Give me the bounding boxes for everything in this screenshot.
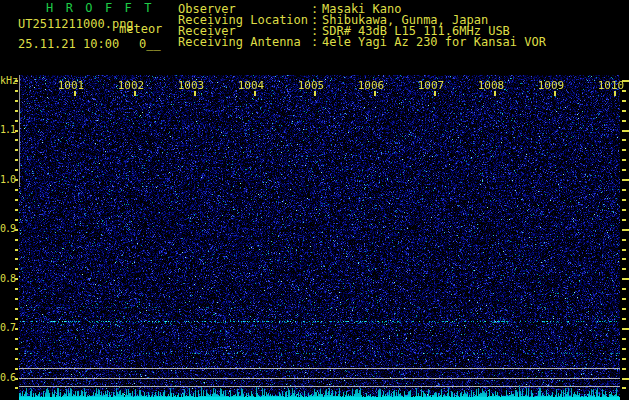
time-axis-label: 1004	[238, 80, 265, 92]
freq-minor-tick-right	[622, 308, 626, 310]
mode-label: meteor	[119, 23, 162, 35]
time-minute-tick	[134, 91, 136, 96]
info-label: Receiving Antenna	[178, 37, 311, 48]
freq-minor-tick	[15, 90, 18, 92]
echo-counter: 0__	[139, 38, 161, 50]
freq-minor-tick-right	[622, 288, 626, 290]
time-axis-label: 1005	[298, 80, 325, 92]
station-info: Observer:Masaki Kano Receiving Location:…	[178, 4, 546, 48]
freq-minor-tick	[15, 278, 18, 280]
freq-minor-tick-right	[622, 318, 626, 320]
freq-minor-tick	[15, 239, 18, 241]
time-minute-tick	[434, 91, 436, 96]
freq-minor-tick	[15, 219, 18, 221]
freq-minor-tick	[15, 258, 18, 260]
time-minute-tick	[374, 91, 376, 96]
spectrogram-canvas	[19, 75, 620, 400]
freq-minor-tick	[15, 249, 18, 251]
freq-minor-tick-right	[622, 110, 626, 112]
freq-minor-tick	[15, 368, 18, 370]
app-title: H R O F F T	[46, 2, 154, 14]
freq-minor-tick	[15, 288, 18, 290]
time-axis-label: 1006	[358, 80, 385, 92]
freq-minor-tick-right	[622, 239, 626, 241]
freq-minor-tick-right	[622, 358, 626, 360]
freq-minor-tick-right	[622, 249, 626, 251]
time-axis-label: 1001	[58, 80, 85, 92]
freq-minor-tick	[15, 229, 18, 231]
time-minute-tick	[194, 91, 196, 96]
info-separator: :	[311, 37, 322, 48]
freq-minor-tick-right	[622, 149, 626, 151]
freq-minor-tick	[15, 189, 18, 191]
freq-minor-tick-right	[622, 169, 626, 171]
freq-major-tick-right	[622, 278, 629, 280]
freq-minor-tick-right	[622, 258, 626, 260]
freq-minor-tick	[15, 268, 18, 270]
freq-minor-tick	[15, 328, 18, 330]
freq-minor-tick-right	[622, 100, 626, 102]
freq-major-tick-right	[622, 179, 629, 181]
freq-minor-tick	[15, 199, 18, 201]
time-axis-label: 1010	[598, 80, 625, 92]
freq-minor-tick	[15, 80, 18, 82]
time-minute-tick	[614, 91, 616, 96]
freq-minor-tick	[15, 348, 18, 350]
freq-minor-tick-right	[622, 368, 626, 370]
freq-major-tick-right	[622, 328, 629, 330]
freq-minor-tick	[15, 378, 18, 380]
freq-axis-label: 0.9	[0, 224, 15, 234]
station-info-row-antenna: Receiving Antenna:4ele Yagi Az 230 for K…	[178, 37, 546, 48]
freq-axis-label: 0.6	[0, 373, 15, 383]
time-minute-tick	[314, 91, 316, 96]
freq-minor-tick	[15, 318, 18, 320]
freq-axis-label: 0.7	[0, 323, 15, 333]
freq-minor-tick	[15, 100, 18, 102]
freq-minor-tick-right	[622, 348, 626, 350]
freq-minor-tick-right	[622, 139, 626, 141]
freq-minor-tick	[15, 130, 18, 132]
freq-minor-tick	[15, 179, 18, 181]
freq-minor-tick	[15, 110, 18, 112]
freq-minor-tick-right	[622, 159, 626, 161]
time-axis-label: 1008	[478, 80, 505, 92]
capture-filename: UT2511211000.png	[18, 18, 134, 30]
freq-axis-label: 0.8	[0, 274, 15, 284]
freq-minor-tick-right	[622, 120, 626, 122]
freq-minor-tick-right	[622, 298, 626, 300]
freq-minor-tick	[15, 149, 18, 151]
time-minute-tick	[74, 91, 76, 96]
freq-minor-tick	[15, 159, 18, 161]
time-axis-label: 1007	[418, 80, 445, 92]
time-axis-label: 1003	[178, 80, 205, 92]
time-axis-label: 1009	[538, 80, 565, 92]
freq-minor-tick	[15, 387, 18, 389]
time-minute-tick	[494, 91, 496, 96]
freq-minor-tick	[15, 308, 18, 310]
freq-axis-label: 1.1	[0, 125, 15, 135]
freq-minor-tick	[15, 298, 18, 300]
freq-minor-tick-right	[622, 209, 626, 211]
freq-minor-tick	[15, 209, 18, 211]
freq-minor-tick	[15, 169, 18, 171]
info-value: 4ele Yagi Az 230 for Kansai VOR	[322, 37, 546, 48]
freq-minor-tick	[15, 139, 18, 141]
freq-minor-tick-right	[622, 189, 626, 191]
freq-axis-label: 1.0	[0, 175, 15, 185]
freq-minor-tick	[15, 358, 18, 360]
time-axis-label: 1002	[118, 80, 145, 92]
freq-minor-tick	[15, 120, 18, 122]
freq-minor-tick-right	[622, 219, 626, 221]
freq-minor-tick-right	[622, 387, 626, 389]
freq-minor-tick-right	[622, 268, 626, 270]
freq-minor-tick	[15, 338, 18, 340]
freq-major-tick-right	[622, 130, 629, 132]
time-minute-tick	[254, 91, 256, 96]
freq-minor-tick-right	[622, 338, 626, 340]
time-minute-tick	[554, 91, 556, 96]
freq-major-tick-right	[622, 378, 629, 380]
freq-minor-tick-right	[622, 199, 626, 201]
datetime-label: 25.11.21 10:00	[18, 38, 119, 50]
freq-major-tick-right	[622, 229, 629, 231]
hrofft-screen: H R O F F T UT2511211000.png meteor 25.1…	[0, 0, 629, 400]
